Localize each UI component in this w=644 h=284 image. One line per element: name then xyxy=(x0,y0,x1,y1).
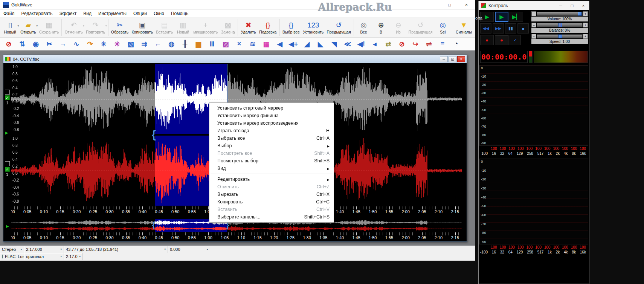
slider-decrease-button[interactable]: − xyxy=(531,11,536,16)
control-close-button[interactable]: × xyxy=(578,1,589,10)
slider-track[interactable] xyxy=(537,34,583,38)
comb-icon[interactable]: Ⅲ xyxy=(206,38,218,50)
device-icon[interactable]: ◉ xyxy=(29,38,42,50)
slider-decrease-button[interactable]: − xyxy=(531,23,536,27)
dropdown-arrow-icon[interactable]: ▾ xyxy=(162,248,166,251)
context-menu-item[interactable]: Вид ▸ xyxy=(210,165,333,172)
color-eq-icon[interactable]: ▦ xyxy=(260,38,273,50)
menu-item[interactable]: Помощь xyxy=(168,10,192,17)
menu-item[interactable]: Инструменты xyxy=(95,10,130,17)
slider-increase-button[interactable]: + xyxy=(583,34,588,39)
noise-block-icon[interactable]: ⊘ xyxy=(395,38,408,50)
equalizer-icon[interactable]: ╫ xyxy=(179,38,191,50)
slider-handle[interactable] xyxy=(578,12,582,16)
toolbar-button[interactable]: ⊕ В xyxy=(372,18,390,37)
flange-icon[interactable]: ✳ xyxy=(111,38,124,50)
toolbar-button[interactable] xyxy=(108,19,108,36)
max-volume-icon[interactable]: ◀! xyxy=(355,38,368,50)
clock-icon[interactable]: ◔ xyxy=(450,38,462,50)
context-menu-item[interactable] xyxy=(211,174,333,174)
toolbar-button[interactable]: ▼ Сигналы xyxy=(454,18,473,37)
dropdown-arrow-icon[interactable]: ▴ xyxy=(18,248,22,251)
channel-meter-icon[interactable] xyxy=(5,90,10,95)
toolbar-button[interactable] xyxy=(453,19,453,36)
toolbar-button[interactable] xyxy=(354,19,354,36)
toolbar-button[interactable]: ✂ Обрезать xyxy=(110,18,130,37)
toolbar-button[interactable]: + микшировать xyxy=(192,18,219,37)
toolbar-button[interactable]: ▣ Копировать xyxy=(130,18,154,37)
silence-icon[interactable]: ✂ xyxy=(43,38,56,50)
toolbar-button[interactable]: ⊖ Из xyxy=(390,18,407,37)
context-menu-item[interactable]: Выбрать все Ctrl+A xyxy=(210,134,333,142)
small-speaker-icon[interactable]: ◂ xyxy=(368,38,381,50)
menu-item[interactable]: Эффект xyxy=(56,10,80,17)
toolbar-button[interactable]: ✖ Удалить xyxy=(239,18,258,37)
maximize-button[interactable]: □ xyxy=(441,0,458,10)
status-cell[interactable]: оригинал ▴ xyxy=(24,253,64,260)
channel-swap-icon[interactable]: ⇅ xyxy=(16,38,29,50)
transport-play-button[interactable]: ▶ xyxy=(495,12,508,22)
toolbar-button[interactable]: {} Выбр все xyxy=(281,18,301,37)
pennant-icon[interactable]: ◥ xyxy=(328,38,340,50)
menu-item[interactable]: Редактировать xyxy=(18,10,56,17)
spectrum-icon[interactable]: ▆ xyxy=(192,38,205,50)
minimize-button[interactable]: ─ xyxy=(424,0,441,10)
slider-handle[interactable] xyxy=(558,23,562,27)
compressor-icon[interactable]: ▧ xyxy=(124,38,137,50)
dropdown-arrow-icon[interactable]: ▴ xyxy=(58,255,62,258)
restore-icon[interactable]: ↷ xyxy=(84,38,96,50)
status-cell[interactable]: 43.777 до 1:05.718 (21.941) ▾ xyxy=(64,246,168,253)
menu-item[interactable]: Файл xyxy=(0,10,18,17)
transport-seek-button[interactable]: ▶▶ xyxy=(493,23,504,34)
play-rate-icon[interactable]: → xyxy=(56,38,69,50)
status-cell[interactable]: 2:17.000 ▾ xyxy=(24,246,64,253)
wave-icon[interactable]: ∿ xyxy=(70,38,83,50)
control-titlebar[interactable]: Контроль ─ □ × xyxy=(479,1,589,10)
toolbar-button[interactable]: ▯ Новый ▾ xyxy=(2,18,19,37)
toolbar-button[interactable]: ▦ Сохранить xyxy=(38,18,61,37)
doc-minimize-button[interactable]: ─ xyxy=(440,56,448,62)
swap-pencil-icon[interactable]: ⇄ xyxy=(382,38,395,50)
context-menu-item[interactable]: Установить стартовый маркер xyxy=(210,104,333,112)
echo-icon[interactable]: ≋ xyxy=(246,38,259,50)
control-minimize-button[interactable]: ─ xyxy=(555,1,566,10)
toolbar-button[interactable] xyxy=(279,19,280,36)
doc-close-button[interactable]: × xyxy=(457,56,465,62)
toolbar-button[interactable]: ↺ Предыдущая xyxy=(325,18,352,37)
close-button[interactable]: × xyxy=(458,0,475,10)
context-menu-item[interactable]: Посмотреть выбор Shift+S xyxy=(210,157,333,165)
status-cell[interactable]: 0.000 ▴ xyxy=(168,246,210,253)
toolbar-button[interactable] xyxy=(238,19,238,36)
crossfade-icon[interactable]: × xyxy=(233,38,246,50)
doc-restore-button[interactable]: ◱ xyxy=(449,56,456,62)
toolbar-button[interactable] xyxy=(61,19,62,36)
noise-gate-icon[interactable]: ⊘ xyxy=(2,38,15,50)
context-menu-item[interactable]: Установить маркер воспроизведения xyxy=(210,119,333,127)
toolbar-button[interactable]: ▩ Замена xyxy=(219,18,237,37)
toolbar-button[interactable]: {} Подрезка xyxy=(258,18,278,37)
channel-meter-icon[interactable] xyxy=(5,161,10,166)
transport-seek-button[interactable]: ▮▮ xyxy=(505,23,516,34)
control-maximize-button[interactable]: □ xyxy=(566,1,578,10)
speaker-icon[interactable]: ◀ xyxy=(273,38,286,50)
dropdown-arrow-icon[interactable]: ▾ xyxy=(58,248,62,251)
toolbar-button[interactable]: ◎ Все xyxy=(355,18,372,37)
toolbar-button[interactable]: ▥ Новый xyxy=(174,18,192,37)
menu-item[interactable]: Вид xyxy=(80,10,95,17)
layers-icon[interactable]: ≡ xyxy=(436,38,449,50)
fade-in-icon[interactable]: ◢ xyxy=(301,38,313,50)
context-menu-item[interactable]: Играть отсюда H xyxy=(210,127,333,134)
transport-record-button[interactable]: ✓ xyxy=(510,35,521,45)
slider-increase-button[interactable]: + xyxy=(583,11,588,16)
toolbar-button[interactable]: ↶ Отменить ▾ xyxy=(63,18,84,37)
channel-enabled-icon[interactable]: ✓ xyxy=(5,95,10,100)
slider-increase-button[interactable]: + xyxy=(583,23,588,27)
overview-play-marker[interactable]: ▶ xyxy=(6,224,9,228)
transport-seek-button[interactable]: ◀◀ xyxy=(480,23,491,34)
transport-play-button[interactable]: ▶▏ xyxy=(510,12,523,22)
context-menu-item[interactable]: Отменить Ctrl+Z xyxy=(210,183,333,191)
menu-item[interactable]: Опции xyxy=(130,10,150,17)
status-cell[interactable]: Стерео ▴ xyxy=(0,246,24,253)
timewarp-icon[interactable]: ◍ xyxy=(165,38,178,50)
timeline-overview[interactable]: 0:000:050:100:150:200:250:300:350:400:45… xyxy=(11,232,462,241)
